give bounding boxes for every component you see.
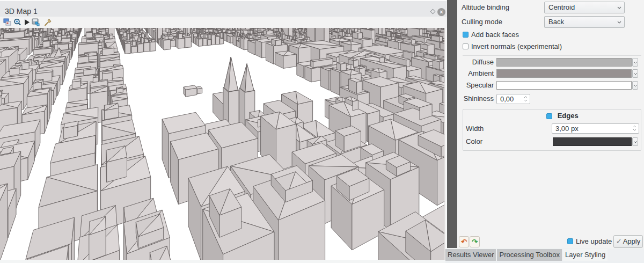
dock-separator[interactable] <box>447 0 457 248</box>
play-animation-icon[interactable] <box>24 18 31 26</box>
tab-layer-styling[interactable]: Layer Styling <box>563 249 608 261</box>
map-title: 3D Map 1 <box>5 7 38 16</box>
specular-color-button[interactable] <box>496 81 632 90</box>
shininess-label: Shininess <box>457 94 494 103</box>
bottom-tab-bar: Results Viewer Processing Toolbox Layer … <box>445 249 644 261</box>
edges-color-label: Color <box>466 137 482 146</box>
altitude-binding-label: Altitude binding <box>462 2 509 13</box>
map-titlebar: 3D Map 1 × <box>0 0 447 17</box>
altitude-binding-select[interactable]: Centroid <box>544 2 625 13</box>
close-icon[interactable]: × <box>437 8 445 16</box>
ambient-color-button[interactable] <box>496 69 632 78</box>
redo-icon: ↷ <box>472 238 478 246</box>
shininess-spinbox[interactable]: 0,00 <box>496 94 530 104</box>
redo-button[interactable]: ↷ <box>470 236 480 247</box>
specular-label: Specular <box>457 81 494 90</box>
edges-checkbox[interactable] <box>546 113 552 119</box>
live-update-checkbox[interactable] <box>567 238 573 244</box>
edges-color-dropdown[interactable] <box>632 137 638 146</box>
edges-width-spinbox[interactable]: 3,00 px <box>552 123 639 134</box>
add-back-faces-label: Add back faces <box>471 31 519 39</box>
specular-color-dropdown[interactable] <box>632 81 638 90</box>
city-3d-render <box>0 28 445 260</box>
diffuse-color-dropdown[interactable] <box>632 58 638 67</box>
diffuse-label: Diffuse <box>457 58 494 67</box>
add-back-faces-checkbox[interactable] <box>463 32 469 38</box>
layer-styling-panel: Altitude binding Centroid Culling mode B… <box>457 0 644 248</box>
edges-groupbox: Edges Width 3,00 px Color <box>463 109 641 151</box>
identify-icon[interactable] <box>13 18 21 26</box>
edges-label: Edges <box>558 112 579 120</box>
configure-icon[interactable] <box>43 18 52 27</box>
tab-processing-toolbox[interactable]: Processing Toolbox <box>497 249 562 261</box>
ambient-color-dropdown[interactable] <box>632 69 638 78</box>
culling-mode-label: Culling mode <box>462 16 502 28</box>
culling-mode-select[interactable]: Back <box>544 16 625 28</box>
invert-normals-checkbox[interactable] <box>463 43 469 49</box>
float-window-icon[interactable] <box>430 9 436 14</box>
ambient-label: Ambient <box>457 69 494 78</box>
live-update-label: Live update <box>576 237 612 245</box>
map-3d-viewport[interactable] <box>0 28 445 260</box>
save-as-image-icon[interactable] <box>32 18 40 26</box>
bottom-strip <box>445 261 644 263</box>
undo-button[interactable]: ↶ <box>459 236 469 247</box>
apply-button[interactable]: ✓Apply <box>613 235 643 248</box>
apply-check-icon: ✓ <box>616 237 622 245</box>
map-toolbar <box>0 17 447 28</box>
map-bottom-strip <box>0 260 447 263</box>
tab-results-viewer[interactable]: Results Viewer <box>445 249 496 261</box>
camera-control-icon[interactable] <box>3 18 11 26</box>
edges-color-button[interactable] <box>553 137 632 146</box>
separator <box>463 55 641 56</box>
undo-icon: ↶ <box>461 238 467 246</box>
edges-width-label: Width <box>466 123 484 134</box>
diffuse-color-button[interactable] <box>496 58 632 67</box>
invert-normals-label: Invert normals (experimental) <box>471 42 562 50</box>
map-window: 3D Map 1 × <box>0 0 447 260</box>
